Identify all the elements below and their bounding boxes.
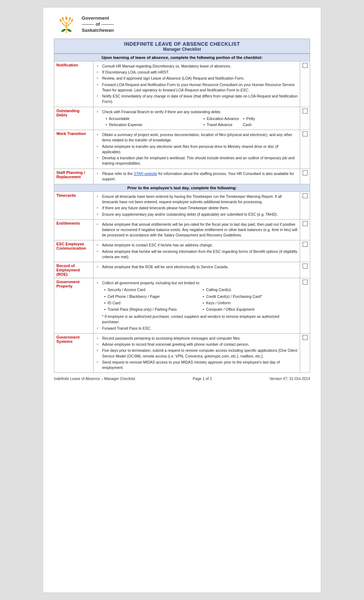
property-note1: * If employee is an authorized purchaser… bbox=[102, 314, 298, 325]
property-item: • Computer / Office Equipment bbox=[203, 307, 298, 312]
svg-point-9 bbox=[59, 19, 62, 22]
mid-header-row: Prior to the employee's last day, comple… bbox=[54, 184, 310, 191]
list-item: If there are any future dated timecards … bbox=[96, 205, 298, 211]
staff-planning-checkbox[interactable] bbox=[303, 170, 308, 175]
entitlements-content: Advise employee that annual entitlements… bbox=[93, 219, 300, 240]
page: Government of Saskatchewan INDEFINITE LE… bbox=[43, 7, 321, 593]
property-item: • Credit Card(s) / Purchasing Card* bbox=[203, 294, 298, 299]
list-item: Please refer to the STAR website for inf… bbox=[96, 171, 298, 182]
list-item: Ensure all timecards have been entered b… bbox=[96, 194, 298, 205]
notification-checkbox[interactable] bbox=[303, 63, 308, 68]
gov-property-checkbox-cell bbox=[300, 278, 310, 334]
list-item: Advise employee that he/she will be rece… bbox=[96, 249, 298, 260]
timecards-checkbox[interactable] bbox=[303, 193, 308, 198]
svg-point-12 bbox=[61, 28, 66, 32]
svg-point-11 bbox=[71, 19, 74, 22]
gov-systems-label: Government Systems bbox=[54, 333, 93, 372]
debt-item: • Relocation Expense bbox=[106, 122, 200, 128]
table-row: Government Systems Record passwords pert… bbox=[54, 333, 310, 372]
roe-checkbox[interactable] bbox=[303, 264, 308, 269]
work-transition-label: Work Transition bbox=[54, 130, 93, 169]
table-row: Work Transition Obtain a summary of proj… bbox=[54, 130, 310, 169]
staff-planning-content: Please refer to the STAR website for inf… bbox=[93, 169, 300, 184]
doc-title: INDEFINITE LEAVE OF ABSENCE CHECKLIST bbox=[56, 41, 308, 47]
work-transition-checkbox-cell bbox=[300, 130, 310, 169]
svg-line-5 bbox=[66, 22, 72, 26]
entitlements-checkbox-cell bbox=[300, 219, 310, 240]
intro-section-header: Upon learning of leave of absence, compl… bbox=[54, 54, 310, 61]
gov-systems-checkbox-cell bbox=[300, 333, 310, 372]
esc-communication-label: ESC Employee Communication bbox=[54, 240, 93, 262]
list-item: Review, and if approved sign Leave of Ab… bbox=[96, 76, 298, 81]
gov-logo bbox=[54, 15, 79, 34]
list-item: If Discretionary LOA, consult with HRST. bbox=[96, 70, 298, 75]
entitlements-label: Entitlements bbox=[54, 219, 93, 240]
list-item: Advise employee that annual entitlements… bbox=[96, 222, 298, 238]
list-item: Check with Financial Branch to verify if… bbox=[96, 109, 298, 128]
list-item: Five days prior to termination, submit a… bbox=[96, 348, 298, 359]
gov-systems-content: Record passwords pertaining to accessing… bbox=[93, 333, 300, 372]
outstanding-debts-checkbox-cell bbox=[300, 107, 310, 130]
doc-title-box: INDEFINITE LEAVE OF ABSENCE CHECKLIST Ma… bbox=[54, 39, 310, 54]
list-item: Collect all government property, includi… bbox=[96, 280, 298, 325]
table-row: Entitlements Advise employee that annual… bbox=[54, 219, 310, 240]
gov-property-label: Government Property bbox=[54, 278, 93, 334]
outstanding-debts-checkbox[interactable] bbox=[303, 109, 308, 114]
svg-point-8 bbox=[61, 17, 64, 20]
table-row: Timecards Ensure all timecards have been… bbox=[54, 191, 310, 219]
esc-communication-checkbox[interactable] bbox=[303, 242, 308, 247]
list-item: Advise employee that the ROE will be sen… bbox=[96, 264, 298, 270]
esc-communication-checkbox-cell bbox=[300, 240, 310, 262]
main-table: Upon learning of leave of absence, compl… bbox=[54, 54, 310, 373]
property-item: • Cell Phone / Blackberry / Pager bbox=[104, 294, 199, 299]
work-transition-checkbox[interactable] bbox=[303, 131, 308, 136]
footer: Indefinite Leave of Absence – Manager Ch… bbox=[54, 376, 310, 381]
intro-header-row: Upon learning of leave of absence, compl… bbox=[54, 54, 310, 61]
logo-line2: of bbox=[96, 21, 100, 28]
property-item: • Calling Card(s) bbox=[203, 287, 298, 292]
gov-property-checkbox[interactable] bbox=[303, 280, 308, 285]
footer-center: Page 1 of 2 bbox=[193, 376, 212, 381]
timecards-content: Ensure all timecards have been entered b… bbox=[93, 191, 300, 219]
outstanding-debts-content: Check with Financial Branch to verify if… bbox=[93, 107, 300, 130]
list-item: Forward LOA Request and Notification For… bbox=[96, 82, 298, 93]
table-row: Outstanding Debts Check with Financial B… bbox=[54, 107, 310, 130]
property-item: • ID Card bbox=[104, 300, 199, 306]
svg-point-10 bbox=[69, 17, 71, 20]
footer-right: Version #7; 31-Oct-2014 bbox=[269, 376, 310, 381]
debt-item: • Travel Advance Cash bbox=[203, 122, 298, 128]
gov-property-content: Collect all government property, includi… bbox=[93, 278, 300, 334]
list-item: Develop a transition plan for employee's… bbox=[96, 155, 298, 166]
list-item: Send request to remove MIDAS access to y… bbox=[96, 360, 298, 370]
svg-line-2 bbox=[61, 22, 66, 26]
svg-point-7 bbox=[65, 16, 68, 20]
notification-content: Consult HR Manual regarding Discretionar… bbox=[93, 61, 300, 107]
list-item: Notify ESC immediately of any change in … bbox=[96, 94, 298, 104]
gov-systems-checkbox[interactable] bbox=[303, 335, 308, 340]
staff-planning-checkbox-cell bbox=[300, 169, 310, 184]
logo-text: Government of Saskatchewan bbox=[82, 15, 114, 34]
doc-subtitle: Manager Checklist bbox=[56, 47, 308, 52]
list-item: Record passwords pertaining to accessing… bbox=[96, 336, 298, 341]
list-item: Advise employee to record final voicemai… bbox=[96, 342, 298, 347]
list-item: Advise employee to contact ESC if he/she… bbox=[96, 242, 298, 248]
staff-planning-label: Staff Planning / Replacement bbox=[54, 169, 93, 184]
debt-item: • Accountable bbox=[106, 116, 200, 121]
esc-communication-content: Advise employee to contact ESC if he/she… bbox=[93, 240, 300, 262]
roe-label: Record of Employment (ROE) bbox=[54, 262, 93, 278]
list-item: Advise employee to transfer any electron… bbox=[96, 144, 298, 155]
notification-checkbox-cell bbox=[300, 61, 310, 107]
list-item: Consult HR Manual regarding Discretionar… bbox=[96, 64, 298, 69]
entitlements-checkbox[interactable] bbox=[303, 221, 308, 226]
property-item: • Keys / Uniform bbox=[203, 300, 298, 306]
work-transition-content: Obtain a summary of project work, proces… bbox=[93, 130, 300, 169]
notification-label: Notification bbox=[54, 61, 93, 107]
timecards-label: Timecards bbox=[54, 191, 93, 219]
svg-point-13 bbox=[66, 28, 72, 32]
list-item: Ensure any supplementary pay and/or outs… bbox=[96, 212, 298, 217]
table-row: Staff Planning / Replacement Please refe… bbox=[54, 169, 310, 184]
footer-left: Indefinite Leave of Absence – Manager Ch… bbox=[54, 376, 135, 381]
roe-checkbox-cell bbox=[300, 262, 310, 278]
roe-content: Advise employee that the ROE will be sen… bbox=[93, 262, 300, 278]
star-website-link[interactable]: STAR website bbox=[134, 171, 157, 176]
